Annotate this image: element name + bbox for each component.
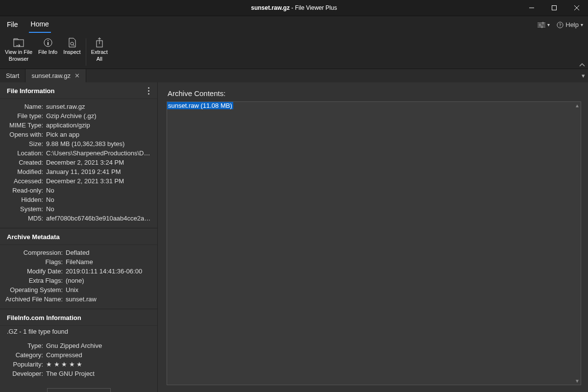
fic-type: Gnu Zipped Archive <box>45 342 102 349</box>
fi-hidden: No <box>45 196 54 203</box>
close-button[interactable] <box>565 0 588 16</box>
fi-location: C:\Users\SharpenedProductions\Desktop\ <box>45 149 152 157</box>
fi-filetype: Gzip Archive (.gz) <box>45 112 97 120</box>
fic-category: Compressed <box>45 351 82 359</box>
archive-contents-header: Archive Contents: <box>167 87 581 101</box>
title-file: sunset.raw.gz <box>251 4 290 11</box>
menu-file[interactable]: File <box>5 18 20 32</box>
tab-start[interactable]: Start <box>0 69 25 82</box>
maximize-button[interactable] <box>543 0 565 16</box>
titlebar: sunset.raw.gz - File Viewer Plus <box>0 0 588 16</box>
fic-developer: The GNU Project <box>45 370 95 377</box>
scroll-up-button[interactable]: ▲ <box>575 103 580 108</box>
extract-icon <box>96 38 103 48</box>
title-app: File Viewer Plus <box>295 4 337 11</box>
section-fileinfo-com: FileInfo.com Information .GZ - 1 file ty… <box>0 309 157 392</box>
meta-archived-filename: sunset.raw <box>65 295 97 303</box>
page-tabs: Start sunset.raw.gz ✕ ▾ <box>0 69 588 82</box>
help-icon: ? <box>557 22 564 28</box>
fi-readonly: No <box>45 187 54 194</box>
folder-arrow-icon <box>13 38 24 47</box>
svg-point-3 <box>541 26 543 27</box>
fi-accessed: December 2, 2021 3:31 PM <box>45 177 124 185</box>
inspect-icon <box>68 38 76 48</box>
info-icon <box>43 38 53 48</box>
svg-text:?: ? <box>559 23 562 27</box>
meta-flags: FileName <box>65 258 93 266</box>
section-menu-button[interactable] <box>148 87 152 95</box>
fi-modified: January 11, 2019 2:41 PM <box>45 168 121 175</box>
minimize-button[interactable] <box>520 0 543 16</box>
content-pane: Archive Contents: sunset.raw (11.08 MB) … <box>160 82 588 392</box>
main-area: File Information Name:sunset.raw.gz File… <box>0 82 588 392</box>
chevron-down-icon: ▾ <box>581 22 583 27</box>
fi-md5: afef7080bc6746b3e910aab4cce2a070 <box>45 215 152 222</box>
fic-subtitle[interactable]: .GZ - 1 file type found <box>0 326 157 338</box>
section-title: File Information <box>7 87 55 95</box>
menu-home[interactable]: Home <box>29 17 51 33</box>
extract-all-button[interactable]: Extract All <box>88 35 111 69</box>
section-archive-metadata: Archive Metadata Compression:Deflated Fl… <box>0 228 157 309</box>
view-in-file-browser-button[interactable]: View in File Browser <box>2 35 35 69</box>
help-button[interactable]: ? Help ▾ <box>557 21 583 28</box>
chevron-down-icon: ▾ <box>547 22 550 27</box>
collapse-ribbon-button[interactable] <box>579 63 585 68</box>
tab-current-file[interactable]: sunset.raw.gz ✕ <box>25 69 86 82</box>
fic-popularity: ★ ★ ★ ★ ★ <box>45 361 82 368</box>
meta-modify-date: 2019:01:11 14:41:36-06:00 <box>65 268 142 275</box>
svg-point-1 <box>542 22 544 24</box>
ribbon-separator <box>86 38 86 66</box>
archive-contents-list[interactable]: sunset.raw (11.08 MB) ▲ ▼ <box>167 101 581 385</box>
file-info-button[interactable]: File Info <box>35 35 60 69</box>
help-label: Help <box>565 21 579 28</box>
svg-point-8 <box>48 40 49 41</box>
svg-rect-0 <box>552 6 557 10</box>
view-at-fileinfo-button[interactable]: View at FileInfo.com <box>47 388 111 392</box>
ribbon: View in File Browser File Info Inspect E… <box>0 33 588 69</box>
scroll-down-button[interactable]: ▼ <box>575 378 580 384</box>
fi-system: No <box>45 205 54 213</box>
meta-compression: Deflated <box>65 249 89 256</box>
settings-button[interactable]: ▾ <box>538 22 550 28</box>
window-controls <box>520 0 588 16</box>
fi-name: sunset.raw.gz <box>45 103 85 110</box>
section-title: FileInfo.com Information <box>7 314 81 321</box>
section-file-information: File Information Name:sunset.raw.gz File… <box>0 82 157 228</box>
fi-created: December 2, 2021 3:24 PM <box>45 159 124 166</box>
meta-extra-flags: (none) <box>65 277 84 284</box>
left-sidebar: File Information Name:sunset.raw.gz File… <box>0 82 158 392</box>
chevron-up-icon <box>579 63 585 68</box>
inspect-button[interactable]: Inspect <box>60 35 83 69</box>
window-title: sunset.raw.gz - File Viewer Plus <box>251 4 337 11</box>
fi-mimetype: application/gzip <box>45 122 90 129</box>
svg-point-2 <box>539 24 541 25</box>
menubar: File Home ▾ ? Help ▾ <box>0 16 588 33</box>
close-tab-button[interactable]: ✕ <box>74 72 80 79</box>
fi-size: 9.88 MB (10,362,383 bytes) <box>45 140 124 147</box>
meta-os: Unix <box>65 286 78 294</box>
archive-item[interactable]: sunset.raw (11.08 MB) <box>167 102 233 109</box>
section-title: Archive Metadata <box>7 233 60 241</box>
tab-overflow-button[interactable]: ▾ <box>582 72 585 79</box>
fi-opens-with[interactable]: Pick an app <box>45 131 79 138</box>
sliders-icon <box>538 22 545 28</box>
